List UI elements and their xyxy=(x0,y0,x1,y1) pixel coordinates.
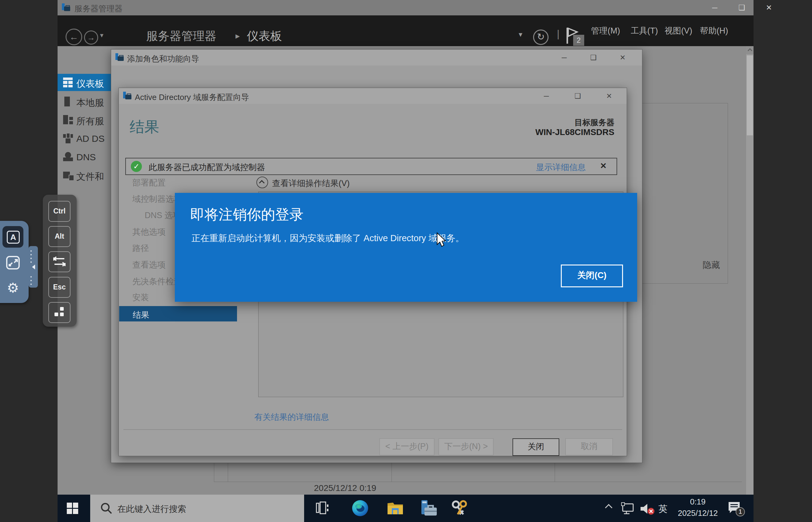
adds-wizard-titlebar: Active Directory 域服务配置向导 xyxy=(119,88,627,104)
previous-button[interactable]: < 上一步(P) xyxy=(380,438,434,455)
nav-additional-options[interactable]: 其他选项 xyxy=(132,226,166,238)
collapse-arrow-icon xyxy=(32,264,35,269)
ad-ds-icon xyxy=(63,134,73,143)
cancel-button[interactable]: 取消 xyxy=(565,438,613,455)
dashboard-divider xyxy=(391,461,392,482)
hide-link[interactable]: 隐藏 xyxy=(703,259,720,271)
task-view-button[interactable] xyxy=(308,495,336,520)
close-button[interactable] xyxy=(613,49,633,65)
sidebar-item-dns[interactable]: DNS xyxy=(58,148,111,165)
language-indicator[interactable]: 英 xyxy=(658,503,667,515)
fullscreen-icon xyxy=(2,252,23,273)
sidebar-item-ad-ds[interactable]: AD DS xyxy=(58,130,111,147)
wizard-icon xyxy=(123,92,132,100)
minimize-button[interactable] xyxy=(704,0,726,15)
menu-manage[interactable]: 管理(M) xyxy=(591,25,620,36)
scrollbar-thumb[interactable] xyxy=(747,55,753,135)
add-roles-wizard-titlebar: 添加角色和功能向导 xyxy=(111,49,642,65)
signout-title: 即将注销你的登录 xyxy=(190,205,304,224)
forward-button[interactable] xyxy=(84,31,98,45)
scrollbar-track[interactable] xyxy=(746,46,754,495)
sidebar-item-dashboard[interactable]: 仪表板 xyxy=(58,74,111,91)
menu-view[interactable]: 视图(V) xyxy=(664,25,692,36)
key-alt[interactable]: Alt xyxy=(48,226,71,247)
sidebar-item-file-storage[interactable]: 文件和存储服务 xyxy=(58,167,111,184)
breadcrumb-current[interactable]: 仪表板 xyxy=(247,28,282,44)
tray-expand-chevron[interactable] xyxy=(606,505,611,511)
close-wizard-button[interactable]: 关闭 xyxy=(513,438,559,456)
maximize-button[interactable] xyxy=(584,49,603,65)
fullscreen-button[interactable] xyxy=(2,252,23,273)
wizard-icon xyxy=(115,53,124,62)
success-banner: 此服务器已成功配置为域控制器 显示详细信息 xyxy=(125,158,617,175)
show-details-link[interactable]: 显示详细信息 xyxy=(536,162,586,173)
server-manager-button[interactable] xyxy=(414,495,442,520)
dashboard-divider xyxy=(214,461,214,482)
edge-button[interactable] xyxy=(345,495,373,520)
dashboard-divider xyxy=(214,482,742,482)
remote-keys-panel: Ctrl Alt Esc xyxy=(43,195,77,327)
banner-close-icon[interactable] xyxy=(600,161,607,171)
server-manager-titlebar: 服务器管理器 xyxy=(58,0,754,15)
start-button[interactable] xyxy=(58,495,88,522)
notification-icon xyxy=(726,500,747,517)
panel-drag-handle[interactable] xyxy=(28,246,38,287)
keyboard-toggle-button[interactable]: A xyxy=(2,226,23,248)
view-operation-results-toggle[interactable]: 查看详细操作结果(V) xyxy=(272,178,350,189)
breadcrumb-root[interactable]: 服务器管理器 xyxy=(146,28,216,44)
minimize-button[interactable] xyxy=(537,88,556,104)
taskbar-clock[interactable]: 0:19 2025/12/12 xyxy=(675,497,721,518)
back-button[interactable] xyxy=(65,28,82,45)
settings-gear-icon[interactable]: ⚙ xyxy=(2,278,23,299)
maximize-button[interactable] xyxy=(731,0,753,15)
scrollbar-up-arrow[interactable] xyxy=(746,46,754,54)
file-explorer-button[interactable] xyxy=(380,495,408,520)
nav-results-selected[interactable]: 结果 xyxy=(119,306,237,321)
nav-paths[interactable]: 路径 xyxy=(132,243,149,254)
network-icon[interactable] xyxy=(621,502,636,516)
sidebar-item-local-server[interactable]: 本地服务器 xyxy=(58,93,111,110)
banner-message: 此服务器已成功配置为域控制器 xyxy=(149,162,265,173)
dashboard-divider xyxy=(555,461,555,482)
collapse-toggle-icon[interactable] xyxy=(256,177,268,188)
keys-icon xyxy=(451,500,469,517)
menu-help[interactable]: 帮助(H) xyxy=(700,25,728,36)
breadcrumb-separator-icon xyxy=(235,31,240,41)
adds-wizard-title: Active Directory 域服务配置向导 xyxy=(135,92,249,103)
clock-date: 2025/12/12 xyxy=(675,508,721,518)
signout-dialog: 即将注销你的登录 正在重新启动此计算机，因为安装或删除了 Active Dire… xyxy=(175,193,637,302)
close-button[interactable] xyxy=(758,0,780,15)
search-placeholder: 在此键入进行搜索 xyxy=(117,503,186,515)
grid-icon xyxy=(60,307,64,311)
nav-deployment-config[interactable]: 部署配置 xyxy=(132,177,166,188)
nav-review-options[interactable]: 查看选项 xyxy=(132,259,166,270)
notification-center-button[interactable]: 1 xyxy=(726,500,747,517)
close-button[interactable] xyxy=(599,88,619,104)
refresh-icon[interactable] xyxy=(533,29,548,45)
notification-badge: 1 xyxy=(738,508,742,515)
sidebar-item-all-servers[interactable]: 所有服务器 xyxy=(58,112,111,128)
key-esc[interactable]: Esc xyxy=(48,277,71,298)
screen: 服务器管理器 服务器管理器 仪表板 2 管理(M) 工具(T) 视图(V) 帮助… xyxy=(0,0,812,522)
ad-users-button[interactable] xyxy=(445,495,472,520)
next-button[interactable]: 下一步(N) > xyxy=(439,438,494,455)
minimize-button[interactable] xyxy=(554,49,574,65)
mouse-cursor xyxy=(437,232,447,248)
server-manager-taskbar-icon xyxy=(420,500,438,517)
key-apps[interactable] xyxy=(48,302,71,323)
taskbar-search[interactable]: 在此键入进行搜索 xyxy=(90,495,304,522)
key-ctrl[interactable]: Ctrl xyxy=(48,201,71,222)
maximize-button[interactable] xyxy=(568,88,587,104)
notifications-caret-icon[interactable] xyxy=(519,30,522,39)
volume-muted-icon[interactable] xyxy=(639,501,656,516)
key-tab[interactable] xyxy=(48,251,71,272)
taskbar: 在此键入进行搜索 xyxy=(58,495,754,522)
nav-installation[interactable]: 安装 xyxy=(132,292,149,303)
menu-tools[interactable]: 工具(T) xyxy=(631,25,658,36)
nav-history-caret-icon[interactable] xyxy=(100,32,103,39)
results-details-link[interactable]: 有关结果的详细信息 xyxy=(254,411,329,423)
remote-toolbar: A ⚙ xyxy=(0,221,28,303)
signout-close-button[interactable]: 关闭(C) xyxy=(561,264,623,287)
dns-icon xyxy=(63,152,73,162)
dashboard-icon xyxy=(63,78,73,87)
